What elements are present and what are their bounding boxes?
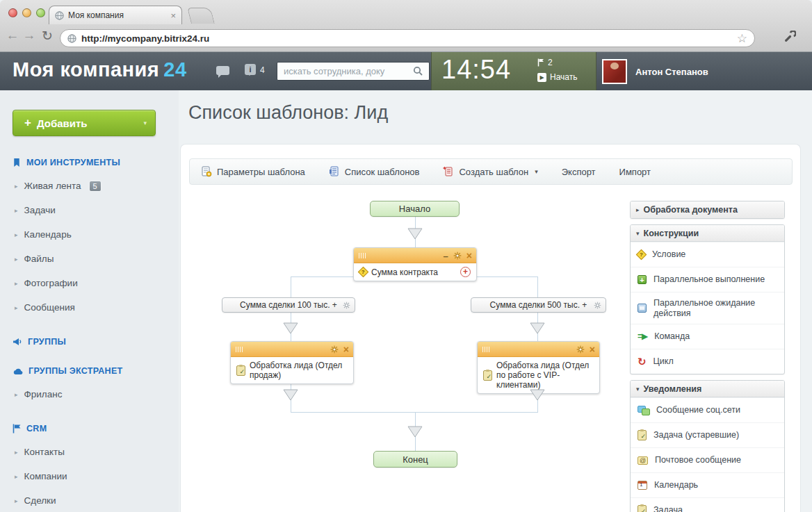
sidebar-item-messages[interactable]: ▸ Сообщения xyxy=(0,295,179,320)
drag-handle-icon[interactable] xyxy=(482,347,490,352)
sidebar-item-tasks[interactable]: ▸ Задачи xyxy=(0,198,179,222)
check-glyph: ✓ xyxy=(640,431,646,442)
reload-button[interactable]: ↻ xyxy=(39,28,56,44)
palette-item-email[interactable]: @ Почтовое сообщение xyxy=(631,447,784,472)
browser-tab[interactable]: Моя компания × xyxy=(49,6,182,24)
close-icon[interactable]: × xyxy=(466,251,472,261)
add-button[interactable]: + Добавить ▾ xyxy=(13,110,156,136)
palette-section-header[interactable]: ▸ Обработка документа xyxy=(631,201,784,218)
window-close-button[interactable] xyxy=(8,8,17,17)
palette-item-parallel-execution[interactable]: + Параллельное выполнение xyxy=(631,267,784,292)
sidebar-section-extranet[interactable]: ГРУППЫ ЭКСТРАНЕТ xyxy=(0,364,179,378)
settings-gear-icon[interactable] xyxy=(594,302,601,309)
megaphone-icon xyxy=(13,338,22,346)
tab-close-icon[interactable]: × xyxy=(170,11,176,20)
end-node[interactable]: Конец xyxy=(373,451,457,468)
drag-handle-icon[interactable] xyxy=(236,347,243,352)
item-label: Фриланс xyxy=(24,389,63,399)
employee-search-input[interactable] xyxy=(277,62,430,81)
toolbar-label: Создать шаблон xyxy=(459,167,528,177)
palette-item-condition[interactable]: ? Условие xyxy=(631,242,784,267)
connector-line xyxy=(291,276,291,297)
close-icon[interactable]: × xyxy=(590,345,595,354)
chevron-down-icon: ▾ xyxy=(535,168,538,175)
drag-handle-icon[interactable] xyxy=(359,253,366,258)
branch-condition-right[interactable]: Сумма сделки 500 тыс. + xyxy=(471,297,606,313)
sidebar: + Добавить ▾ МОИ ИНСТРУМЕНТЫ ▸ Живая лен… xyxy=(0,90,179,512)
sidebar-item-deals[interactable]: ▸ Сделки xyxy=(0,488,179,512)
sidebar-item-companies[interactable]: ▸ Компании xyxy=(0,464,179,488)
settings-gear-icon[interactable] xyxy=(343,302,350,309)
sidebar-item-calendar[interactable]: ▸ Календарь xyxy=(0,222,179,247)
chat-icon[interactable] xyxy=(216,66,229,75)
nav-group-tools: МОИ ИНСТРУМЕНТЫ ▸ Живая лента 5 ▸ Задачи… xyxy=(0,156,179,320)
create-template-button[interactable]: Создать шаблон ▾ xyxy=(443,166,537,177)
template-list-button[interactable]: Список шаблонов xyxy=(329,166,420,177)
settings-gear-icon[interactable] xyxy=(576,345,585,354)
palette-item-task[interactable]: ✓ Задача xyxy=(631,497,784,512)
window-zoom-button[interactable] xyxy=(36,8,45,17)
bookmark-star-icon[interactable]: ☆ xyxy=(737,31,747,46)
palette-item-parallel-wait[interactable]: Параллельное ожидание действия xyxy=(631,292,784,324)
avatar[interactable] xyxy=(602,59,627,84)
workflow-canvas: Начало – × xyxy=(181,186,630,512)
sidebar-item-live-feed[interactable]: ▸ Живая лента 5 xyxy=(0,174,179,198)
counter-badge: 5 xyxy=(89,181,102,192)
action-block-right[interactable]: × ✓ Обработка лида (Отдел по работе с VI… xyxy=(477,341,600,394)
condition-block-header[interactable]: – × xyxy=(354,248,476,263)
back-button[interactable]: ← xyxy=(4,28,21,43)
wrench-menu-icon[interactable] xyxy=(784,31,796,42)
sidebar-item-freelance[interactable]: ▸ Фриланс xyxy=(0,382,179,406)
user-name[interactable]: Антон Степанов xyxy=(635,67,708,77)
sidebar-item-contacts[interactable]: ▸ Контакты xyxy=(0,440,179,464)
palette-section-header[interactable]: ▾ Уведомления xyxy=(631,381,784,397)
notifications-icon[interactable]: i xyxy=(245,64,256,75)
template-parameters-button[interactable]: Параметры шаблона xyxy=(201,166,305,177)
add-branch-button[interactable]: + xyxy=(460,267,471,277)
parallel-wait-icon xyxy=(638,304,647,313)
palette-item-social-message[interactable]: Сообщение соц.сети xyxy=(631,397,784,422)
window-minimize-button[interactable] xyxy=(22,8,31,17)
sidebar-item-files[interactable]: ▸ Файлы xyxy=(0,247,179,271)
add-button-label: Добавить xyxy=(37,117,88,129)
mail-icon: @ xyxy=(638,456,648,465)
notification-count: 4 xyxy=(260,65,265,75)
palette-item-task-deprecated[interactable]: ✓ Задача (устаревшие) xyxy=(631,422,784,447)
action-block-left[interactable]: × ✓ Обработка лида (Отдел продаж) xyxy=(230,341,354,384)
action-block-header[interactable]: × xyxy=(231,342,353,357)
branch-condition-left[interactable]: Сумма сделки 100 тыс. + xyxy=(222,297,355,313)
palette-item-loop[interactable]: ↻ Цикл xyxy=(631,349,784,374)
palette-section-header[interactable]: ▾ Конструкции xyxy=(631,225,784,242)
activity-palette: ▸ Обработка документа ▾ Конструкции ? Ус… xyxy=(630,201,785,512)
nav-group-extranet: ГРУППЫ ЭКСТРАНЕТ ▸ Фриланс xyxy=(0,364,179,406)
item-label: Задачи xyxy=(24,205,56,215)
start-workday-button[interactable]: ▶ Начать xyxy=(537,72,578,82)
url-globe-icon xyxy=(67,34,76,43)
action-block-header[interactable]: × xyxy=(478,342,599,357)
settings-gear-icon[interactable] xyxy=(330,345,339,354)
search-icon[interactable] xyxy=(413,66,423,76)
address-bar[interactable]: http://mycompany.bitrix24.ru ☆ xyxy=(60,29,755,47)
sidebar-section-crm[interactable]: CRM xyxy=(0,422,179,436)
forward-button[interactable]: → xyxy=(21,28,38,43)
sidebar-item-photos[interactable]: ▸ Фотографии xyxy=(0,271,179,295)
sidebar-section-my-tools[interactable]: МОИ ИНСТРУМЕНТЫ xyxy=(0,156,179,170)
toolbar-label: Импорт xyxy=(619,167,651,177)
new-tab-button[interactable] xyxy=(187,8,215,24)
clock-panel[interactable]: 14:54 2 ▶ Начать xyxy=(431,52,596,90)
minimize-icon[interactable]: – xyxy=(444,251,448,261)
question-glyph: ? xyxy=(362,267,365,276)
section-title: ГРУППЫ ЭКСТРАНЕТ xyxy=(29,366,123,376)
palette-section-title: Уведомления xyxy=(644,384,702,394)
condition-block[interactable]: – × ? Сумма контракта + xyxy=(353,247,477,281)
sidebar-section-groups[interactable]: ГРУППЫ xyxy=(0,335,179,349)
app-logo: Моя компания24 xyxy=(13,58,187,81)
palette-item-command[interactable]: =▶ Команда xyxy=(631,324,784,349)
url-text: http://mycompany.bitrix24.ru xyxy=(81,33,732,44)
export-button[interactable]: Экспорт xyxy=(562,167,596,177)
close-icon[interactable]: × xyxy=(343,345,349,354)
import-button[interactable]: Импорт xyxy=(619,167,651,177)
start-node[interactable]: Начало xyxy=(370,201,460,217)
settings-gear-icon[interactable] xyxy=(453,251,462,260)
palette-item-calendar[interactable]: 1 Календарь xyxy=(631,472,784,497)
